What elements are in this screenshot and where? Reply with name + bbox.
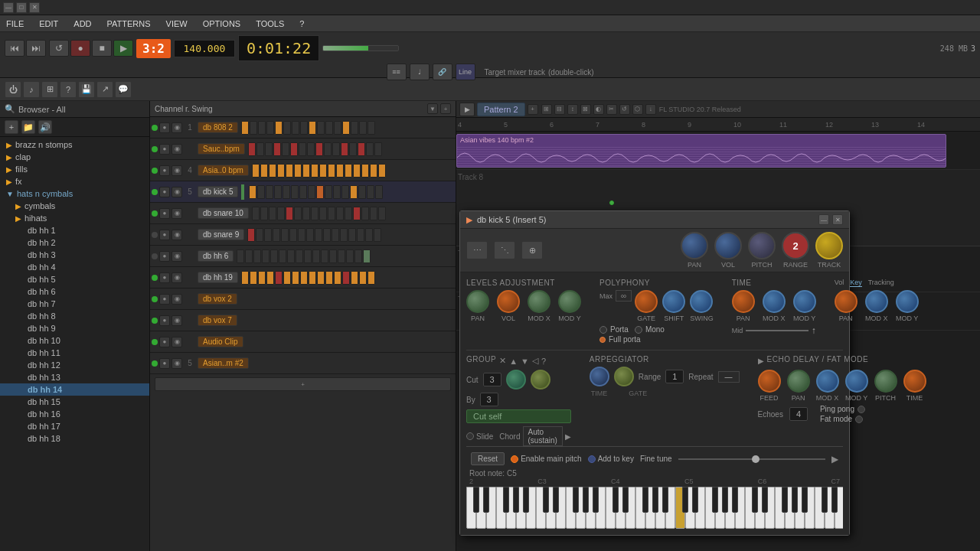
levels-modx-knob[interactable] xyxy=(528,290,550,313)
channel-mute-3[interactable]: ● xyxy=(159,165,170,176)
step-6-7[interactable] xyxy=(298,228,305,242)
step-7-13[interactable] xyxy=(338,249,345,263)
sidebar-add-btn[interactable]: + xyxy=(5,120,18,134)
sidebar-item-dbhh15[interactable]: db hh 15 xyxy=(0,396,149,408)
channel-led-6[interactable] xyxy=(152,232,158,238)
step-5-15[interactable] xyxy=(370,207,377,220)
step-2-11[interactable] xyxy=(332,142,340,156)
reset-btn[interactable]: Reset xyxy=(471,452,505,465)
channel-led-4[interactable] xyxy=(152,189,158,195)
step-7-14[interactable] xyxy=(346,249,354,263)
channel-mute-2[interactable]: ● xyxy=(159,144,170,155)
channel-mute-1[interactable]: ● xyxy=(159,122,170,133)
time-pan-knob[interactable] xyxy=(732,290,755,313)
step-7-6[interactable] xyxy=(279,249,286,263)
step-6-14[interactable] xyxy=(357,228,364,242)
save-btn[interactable]: 💾 xyxy=(78,81,95,98)
step-6-10[interactable] xyxy=(323,228,331,242)
step-4-2[interactable] xyxy=(257,185,265,199)
step-8-8[interactable] xyxy=(300,271,308,285)
cut-time-knob[interactable] xyxy=(506,370,526,390)
black-key-0-0[interactable] xyxy=(473,487,479,513)
step-1-14[interactable] xyxy=(351,121,358,135)
channel-solo-11[interactable]: ◉ xyxy=(172,337,182,347)
step-7-2[interactable] xyxy=(245,249,253,263)
sidebar-item-dbhh11[interactable]: db hh 11 xyxy=(0,347,149,359)
step-2-14[interactable] xyxy=(358,142,365,156)
channel-mute-5[interactable]: ● xyxy=(159,208,170,219)
channel-solo-8[interactable]: ◉ xyxy=(172,272,182,283)
step-4-3[interactable] xyxy=(266,185,273,199)
channel-solo-10[interactable]: ◉ xyxy=(172,315,182,326)
step-8-6[interactable] xyxy=(283,271,291,285)
sidebar-item-dbhh9[interactable]: db hh 9 xyxy=(0,322,149,334)
channel-led-10[interactable] xyxy=(152,318,158,324)
channel-name-btn-8[interactable]: db hh 19 xyxy=(198,272,238,283)
black-key-2-3[interactable] xyxy=(652,487,658,513)
black-key-4-3[interactable] xyxy=(792,487,798,513)
sidebar-folder-btn[interactable]: 📁 xyxy=(21,120,35,134)
step-8-11[interactable] xyxy=(325,271,333,285)
channel-led-5[interactable] xyxy=(152,210,158,217)
menu-view[interactable]: VIEW xyxy=(163,18,191,30)
step-7-9[interactable] xyxy=(304,249,312,263)
echo-time-knob[interactable] xyxy=(903,370,926,393)
step-3-10[interactable] xyxy=(328,164,335,178)
step-2-15[interactable] xyxy=(366,142,374,156)
echo-pitch-knob[interactable] xyxy=(874,370,897,393)
black-key-3-2[interactable] xyxy=(712,487,718,513)
step-btn[interactable]: ⊞ xyxy=(41,81,58,98)
link-btn[interactable]: 🔗 xyxy=(433,64,452,80)
sidebar-item-dbhh2[interactable]: db hh 2 xyxy=(0,236,149,249)
sidebar-item-dbhh6[interactable]: db hh 6 xyxy=(0,285,149,298)
close-btn[interactable]: ✕ xyxy=(29,2,40,13)
channel-led-11[interactable] xyxy=(152,339,158,345)
pattern-add-btn[interactable]: + xyxy=(528,104,538,115)
trk-modx-knob[interactable] xyxy=(865,290,888,313)
step-7-10[interactable] xyxy=(312,249,320,263)
black-key-0-2[interactable] xyxy=(503,487,509,513)
sidebar-item-hats[interactable]: ▼ hats n cymbals xyxy=(0,187,149,200)
channel-name-btn-7[interactable]: db hh 6 xyxy=(198,250,234,262)
step-5-16[interactable] xyxy=(378,207,386,220)
echoes-value[interactable]: 4 xyxy=(789,407,808,421)
channel-mute-10[interactable]: ● xyxy=(159,315,170,326)
poly-gate-knob[interactable] xyxy=(635,290,658,313)
channel-name-btn-10[interactable]: db vox 7 xyxy=(198,315,237,326)
step-5-10[interactable] xyxy=(328,207,335,220)
step-1-1[interactable] xyxy=(241,121,249,135)
step-3-7[interactable] xyxy=(302,164,310,178)
sidebar-item-dbhh13[interactable]: db hh 13 xyxy=(0,371,149,383)
step-3-4[interactable] xyxy=(277,164,285,178)
step-3-8[interactable] xyxy=(311,164,318,178)
step-1-3[interactable] xyxy=(258,121,266,135)
fine-tune-slider[interactable] xyxy=(678,458,825,460)
sidebar-speaker-btn[interactable]: 🔊 xyxy=(38,120,52,134)
step-2-3[interactable] xyxy=(265,142,273,156)
black-key-0-4[interactable] xyxy=(523,487,529,513)
echo-modx-knob[interactable] xyxy=(816,370,839,393)
step-2-8[interactable] xyxy=(307,142,315,156)
step-2-13[interactable] xyxy=(349,142,357,156)
step-8-10[interactable] xyxy=(317,271,325,285)
tracking-tab[interactable]: Tracking xyxy=(868,279,894,287)
step-3-3[interactable] xyxy=(269,164,276,178)
step-8-2[interactable] xyxy=(250,271,257,285)
step-4-9[interactable] xyxy=(316,185,324,199)
step-8-3[interactable] xyxy=(258,271,266,285)
step-2-4[interactable] xyxy=(273,142,281,156)
sidebar-item-clap[interactable]: ▶ clap xyxy=(0,151,149,163)
rewind-btn[interactable]: ⏮ xyxy=(5,40,24,57)
step-8-7[interactable] xyxy=(292,271,299,285)
channel-solo-4[interactable]: ◉ xyxy=(172,187,182,197)
black-key-2-1[interactable] xyxy=(622,487,629,513)
step-1-10[interactable] xyxy=(317,121,325,135)
channel-solo-5[interactable]: ◉ xyxy=(172,208,182,219)
channel-led-8[interactable] xyxy=(152,275,158,281)
poly-shift-knob[interactable] xyxy=(662,290,685,313)
step-5-1[interactable] xyxy=(252,207,260,220)
step-8-1[interactable] xyxy=(241,271,249,285)
knob-pan[interactable] xyxy=(681,232,708,259)
step-1-12[interactable] xyxy=(334,121,341,135)
step-7-16[interactable] xyxy=(363,249,371,263)
